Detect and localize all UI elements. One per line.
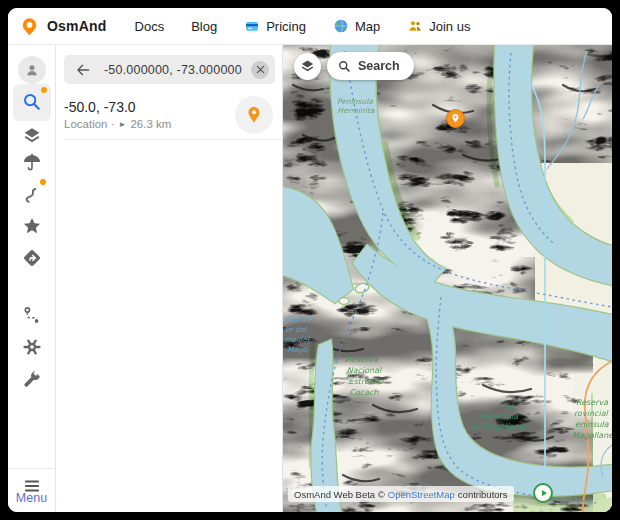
nav-item-docs[interactable]: Docs bbox=[135, 19, 165, 34]
svg-text:rro del: rro del bbox=[285, 335, 310, 344]
svg-text:Mayo: Mayo bbox=[287, 345, 308, 354]
account-icon bbox=[23, 61, 41, 79]
result-category: Location · bbox=[64, 118, 115, 130]
umbrella-icon bbox=[21, 152, 43, 174]
clear-search-button[interactable] bbox=[251, 61, 269, 79]
back-arrow-icon[interactable] bbox=[74, 61, 92, 79]
sidebar: Menu bbox=[8, 45, 56, 512]
nav-item-blog[interactable]: Blog bbox=[191, 19, 217, 34]
search-panel: -50.000000, -73.000000 -50.0, -73.0 Loca… bbox=[56, 45, 283, 512]
attribution-suffix: contributors bbox=[458, 489, 508, 500]
sidebar-item-favorites[interactable] bbox=[13, 209, 51, 243]
map-marker[interactable] bbox=[446, 109, 465, 128]
direction-triangle-icon: ► bbox=[119, 120, 127, 129]
layers-icon bbox=[21, 125, 43, 147]
nav-item-map[interactable]: Map bbox=[333, 18, 380, 34]
pricing-card-icon bbox=[244, 18, 260, 34]
svg-text:Herminita: Herminita bbox=[338, 106, 375, 115]
svg-text:Reserva: Reserva bbox=[346, 355, 379, 364]
navigation-icon bbox=[21, 247, 43, 269]
gear-icon bbox=[21, 336, 43, 358]
globe-icon bbox=[333, 18, 349, 34]
result-divider bbox=[64, 139, 283, 140]
svg-text:Reserva: Reserva bbox=[576, 398, 609, 407]
svg-text:Península: Península bbox=[337, 97, 373, 106]
join-us-icon bbox=[407, 18, 423, 34]
result-pin-button[interactable] bbox=[235, 96, 273, 134]
map-search-button[interactable]: Search bbox=[327, 52, 414, 80]
svg-text:te del: te del bbox=[285, 325, 307, 334]
sidebar-item-tracks[interactable] bbox=[13, 178, 51, 212]
svg-text:de Magallanes: de Magallanes bbox=[470, 422, 529, 431]
sidebar-item-weather[interactable] bbox=[13, 146, 51, 180]
screenshot-frame: OsmAnd Docs Blog Pricing bbox=[0, 0, 620, 520]
sidebar-item-search[interactable] bbox=[13, 85, 51, 119]
osmand-logo-icon bbox=[20, 17, 39, 36]
tracks-icon bbox=[21, 184, 43, 206]
brand-name: OsmAnd bbox=[47, 18, 107, 34]
attribution: OsmAnd Web Beta © OpenStreetMap contribu… bbox=[288, 486, 514, 502]
sidebar-item-navigation[interactable] bbox=[13, 241, 51, 275]
sidebar-item-utilities[interactable] bbox=[13, 363, 51, 397]
result-subtitle: Location · ► 26.3 km bbox=[64, 118, 235, 130]
svg-text:Estrecho: Estrecho bbox=[349, 377, 385, 386]
osmand-window: OsmAnd Docs Blog Pricing bbox=[8, 8, 612, 512]
result-distance: 26.3 km bbox=[130, 118, 171, 130]
search-box: -50.000000, -73.000000 bbox=[64, 55, 275, 84]
play-button[interactable] bbox=[533, 483, 553, 503]
result-texts: -50.0, -73.0 Location · ► 26.3 km bbox=[64, 99, 235, 130]
content: Menu -50.000000, -73.000000 -50.0, -73.0 bbox=[8, 45, 612, 512]
sidebar-item-account[interactable] bbox=[13, 53, 51, 87]
brand[interactable]: OsmAnd bbox=[20, 17, 107, 36]
svg-text:Cocach: Cocach bbox=[349, 388, 379, 397]
avatar bbox=[18, 56, 46, 84]
svg-text:enínsula: enínsula bbox=[575, 420, 610, 429]
map-search-icon bbox=[337, 59, 352, 74]
plan-route-icon bbox=[21, 304, 43, 326]
map-layers-icon bbox=[299, 58, 316, 75]
nav-item-pricing[interactable]: Pricing bbox=[244, 18, 306, 34]
search-result-item[interactable]: -50.0, -73.0 Location · ► 26.3 km bbox=[56, 91, 283, 138]
search-icon bbox=[21, 91, 43, 113]
map-canvas[interactable]: PenínsulaHerminitaGlaciarte delrro delMa… bbox=[283, 45, 612, 512]
svg-text:ue: ue bbox=[504, 402, 515, 411]
menu-label[interactable]: Menu bbox=[8, 491, 55, 505]
svg-text:Glaciar: Glaciar bbox=[285, 315, 313, 324]
search-input[interactable]: -50.000000, -73.000000 bbox=[104, 63, 251, 77]
map-layers-button[interactable] bbox=[294, 53, 321, 80]
location-pin-icon bbox=[244, 105, 264, 125]
svg-text:Península: Península bbox=[480, 412, 519, 421]
star-icon bbox=[21, 215, 43, 237]
sidebar-item-plan-route[interactable] bbox=[13, 298, 51, 332]
svg-text:Nacional: Nacional bbox=[347, 366, 382, 375]
play-icon bbox=[539, 488, 549, 498]
search-badge bbox=[41, 87, 47, 93]
navbar: OsmAnd Docs Blog Pricing bbox=[8, 8, 612, 45]
close-icon bbox=[255, 64, 266, 75]
tracks-badge bbox=[40, 179, 46, 185]
svg-text:Magallanes: Magallanes bbox=[572, 431, 612, 440]
openstreetmap-link[interactable]: OpenStreetMap bbox=[388, 489, 455, 500]
result-title: -50.0, -73.0 bbox=[64, 99, 235, 115]
nav-items: Docs Blog Pricing Map bbox=[135, 18, 471, 34]
svg-text:rovincial: rovincial bbox=[574, 409, 609, 418]
wrench-icon bbox=[21, 369, 43, 391]
sidebar-item-settings[interactable] bbox=[13, 330, 51, 364]
marker-pin-icon bbox=[450, 113, 461, 124]
nav-item-join-us[interactable]: Join us bbox=[407, 18, 470, 34]
map-search-label: Search bbox=[358, 59, 400, 73]
attribution-prefix: OsmAnd Web Beta © bbox=[294, 489, 385, 500]
